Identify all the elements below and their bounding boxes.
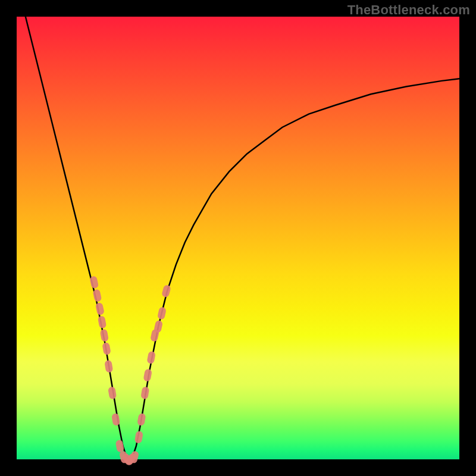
marker-blob — [140, 386, 149, 399]
marker-blob — [111, 413, 120, 426]
marker-blob — [134, 431, 143, 444]
marker-group — [89, 275, 171, 466]
curve-svg — [17, 17, 459, 459]
marker-blob — [157, 306, 167, 320]
marker-blob — [143, 369, 152, 382]
marker-blob — [104, 360, 113, 373]
marker-blob — [98, 315, 107, 328]
plot-area — [17, 17, 459, 459]
marker-blob — [146, 351, 156, 364]
marker-blob — [102, 342, 111, 355]
bottleneck-curve — [26, 17, 459, 459]
marker-blob — [115, 440, 124, 453]
chart-frame: TheBottleneck.com — [0, 0, 476, 476]
watermark-text: TheBottleneck.com — [347, 2, 470, 18]
marker-blob — [161, 284, 171, 298]
marker-blob — [137, 413, 146, 426]
marker-blob — [108, 386, 117, 399]
marker-blob — [100, 329, 109, 342]
